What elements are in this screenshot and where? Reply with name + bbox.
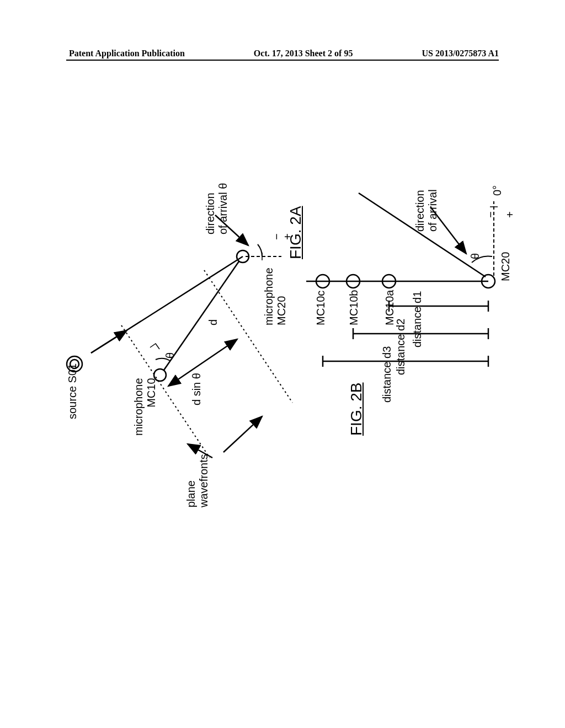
svg-line-18 [223, 416, 262, 452]
fig-2b-title: FIG. 2B [348, 383, 365, 436]
source-label: source S01 [66, 363, 79, 419]
direction-label-a: direction of arrival θ [204, 183, 230, 234]
svg-line-6 [91, 330, 127, 353]
header-right: US 2013/0275873 A1 [422, 49, 499, 58]
direction-label-b: direction of arrival [414, 189, 439, 232]
minus-b: − [484, 211, 497, 218]
diagram-area: FIG. 2A source S01 microphone MC10 micro… [61, 110, 513, 607]
fig-2a-title: FIG. 2A [287, 206, 305, 259]
dsin-label: d sin θ [190, 373, 203, 405]
plus-b: + [504, 211, 516, 218]
mic20-label: microphone MC20 [263, 267, 288, 325]
mc10c-label: MC10c [315, 291, 327, 325]
header-divider [66, 60, 499, 61]
theta-label-b: θ [469, 253, 482, 259]
header-center: Oct. 17, 2013 Sheet 2 of 95 [254, 49, 353, 58]
plane-wavefronts-label: plane wavefronts [185, 454, 210, 507]
header-left: Patent Application Publication [69, 49, 185, 58]
figure-2a-svg [61, 110, 513, 607]
mc10b-label: MC10b [348, 290, 360, 325]
theta-label-a: θ [164, 352, 177, 358]
page-header: Patent Application Publication Oct. 17, … [0, 49, 565, 58]
d1-label: distance d1 [411, 291, 424, 347]
zero-deg-label: 0° [491, 185, 504, 196]
d2-label: distance d2 [395, 319, 407, 375]
d-label: d [207, 319, 220, 325]
mic10-label: microphone MC10 [132, 378, 158, 436]
plus-a: + [281, 233, 294, 240]
d3-label: distance d3 [381, 346, 393, 403]
mc20-label-b: MC20 [499, 252, 512, 281]
